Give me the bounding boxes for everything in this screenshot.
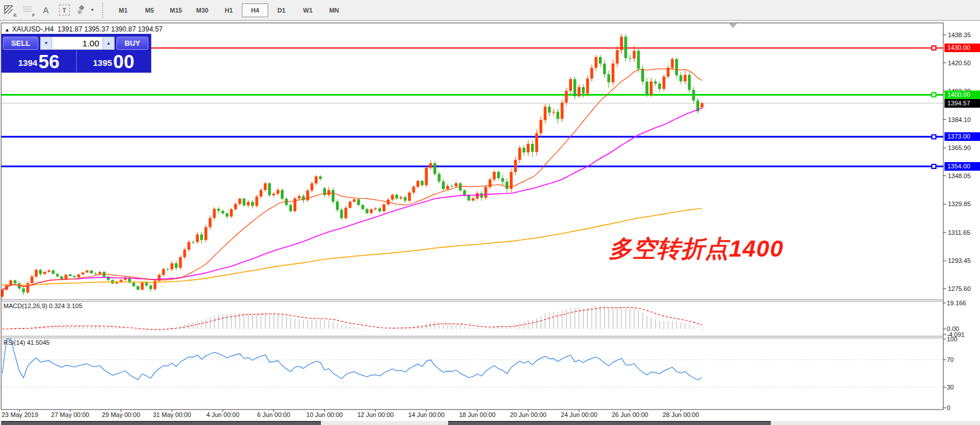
- time-tick-label: 10 Jun 00:00: [307, 411, 343, 418]
- candle: [616, 50, 619, 63]
- price-level-badge: 1373.00: [944, 132, 980, 141]
- candle: [60, 277, 63, 279]
- candle: [518, 148, 521, 160]
- candle: [468, 195, 471, 200]
- taskbar-window-sliver[interactable]: [1, 421, 321, 425]
- time-tick-label: 12 Jun 00:00: [357, 411, 394, 418]
- candle: [145, 282, 148, 285]
- candle: [374, 208, 377, 210]
- candle: [192, 242, 195, 243]
- candle: [539, 120, 542, 133]
- candle: [81, 273, 84, 274]
- hline-handle[interactable]: [932, 46, 936, 50]
- volume-input[interactable]: [52, 37, 103, 50]
- volume-increase-button[interactable]: ▲: [103, 37, 115, 50]
- trade-panel-prices: 1394 56 1395 00: [2, 50, 151, 72]
- candle: [336, 202, 339, 210]
- buy-price[interactable]: 1395 00: [77, 50, 151, 72]
- candle: [552, 112, 555, 112]
- candle: [319, 176, 322, 179]
- candle: [293, 198, 296, 211]
- candle: [645, 82, 648, 95]
- candle: [344, 208, 347, 218]
- candle: [150, 286, 152, 289]
- candle: [378, 208, 381, 211]
- trade-panel-top-row: SELL ▼ ▲ BUY: [2, 34, 151, 50]
- hline-handle[interactable]: [932, 164, 936, 168]
- candle: [671, 59, 674, 68]
- time-tick-label: 28 Jun 00:00: [663, 411, 699, 418]
- candle: [527, 144, 530, 152]
- candle: [438, 174, 441, 182]
- candle: [480, 193, 483, 198]
- price-tick-label: 1275.60: [948, 285, 971, 292]
- candle: [663, 77, 665, 89]
- hline-handle[interactable]: [932, 135, 936, 139]
- candle: [175, 263, 178, 268]
- candle: [65, 275, 68, 279]
- time-tick-label: 24 Jun 00:00: [561, 411, 598, 418]
- candle: [501, 178, 504, 182]
- buy-button[interactable]: BUY: [116, 37, 148, 50]
- chart-annotation-text[interactable]: 多空转折点1400: [609, 233, 783, 265]
- candle: [230, 209, 233, 217]
- candle: [497, 172, 500, 178]
- candle: [607, 74, 610, 82]
- time-tick-label: 18 Jun 00:00: [459, 411, 496, 418]
- candle: [362, 205, 364, 209]
- sell-button[interactable]: SELL: [3, 37, 38, 50]
- candle: [701, 103, 704, 107]
- candle: [404, 197, 407, 200]
- ma-slow-line: [2, 208, 702, 285]
- candle: [306, 190, 309, 200]
- candle: [624, 37, 627, 58]
- candle: [277, 190, 280, 194]
- time-tick-label: 31 May 00:00: [153, 411, 191, 418]
- candle: [582, 87, 585, 93]
- candle: [226, 214, 229, 217]
- buy-price-main: 1395: [93, 56, 112, 70]
- candle: [590, 68, 593, 78]
- candle: [523, 148, 526, 152]
- candle: [260, 190, 262, 197]
- candle: [650, 81, 653, 95]
- volume-decrease-button[interactable]: ▼: [40, 37, 52, 50]
- candle: [450, 186, 453, 187]
- chart-shift-marker-icon[interactable]: [729, 23, 737, 28]
- candle: [242, 199, 245, 206]
- rsi-label: RSI(14) 41.5045: [3, 339, 50, 346]
- taskbar-window-sliver[interactable]: [448, 421, 771, 425]
- time-tick-label: 14 Jun 00:00: [408, 411, 445, 418]
- sell-price-pips: 56: [38, 53, 60, 70]
- price-level-badge: 1400.00: [944, 90, 980, 99]
- candle: [535, 133, 538, 152]
- hline-handle[interactable]: [932, 93, 936, 97]
- candle: [183, 250, 186, 257]
- candle: [433, 163, 436, 174]
- candle: [688, 75, 691, 90]
- candle: [234, 204, 237, 209]
- candle: [77, 274, 80, 277]
- price-level-badge: 1430.00: [944, 44, 980, 52]
- candle: [340, 210, 343, 218]
- price-tick-label: 1311.65: [948, 229, 970, 236]
- candle: [391, 195, 394, 200]
- candle: [30, 277, 33, 284]
- candle: [247, 202, 250, 206]
- ohlc-values: 1391.87 1395.37 1390.87 1394.57: [57, 25, 163, 33]
- candle: [425, 168, 428, 185]
- candle: [692, 90, 695, 101]
- candle: [611, 64, 614, 82]
- candle: [26, 283, 29, 292]
- candle: [171, 263, 174, 270]
- candle: [565, 91, 568, 103]
- candle: [94, 273, 97, 274]
- candle: [641, 69, 644, 81]
- candle: [442, 182, 445, 189]
- buy-price-pips: 00: [113, 53, 135, 70]
- macd-label: MACD(12,26,9) 0.324 3.105: [3, 302, 83, 309]
- time-tick-label: 4 Jun 00:00: [206, 411, 240, 418]
- candle: [408, 192, 411, 200]
- sell-price[interactable]: 1394 56: [2, 50, 77, 72]
- candle: [353, 199, 356, 202]
